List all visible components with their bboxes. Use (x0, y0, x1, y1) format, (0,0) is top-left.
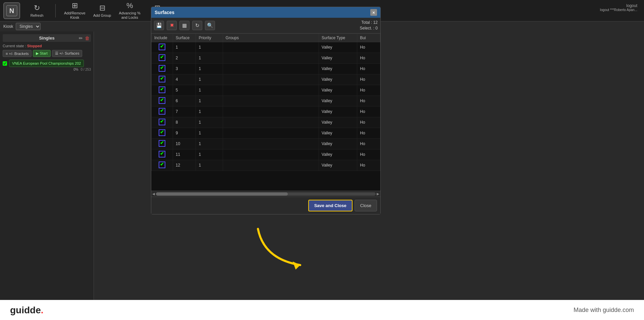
toolbar-separator-1 (55, 4, 56, 17)
build-cell: Ho (357, 160, 380, 171)
checkbox-checked[interactable] (159, 140, 165, 147)
save-toolbar-button[interactable]: 💾 (154, 21, 164, 30)
priority-cell: 1 (196, 117, 223, 128)
include-cell[interactable] (152, 117, 173, 128)
bottom-bar: guidde. Made with guidde.com (0, 300, 644, 320)
include-cell[interactable] (152, 74, 173, 85)
include-cell[interactable] (152, 53, 173, 63)
surface-type-cell: Valley (319, 42, 357, 53)
checkbox-checked[interactable] (159, 97, 165, 104)
scrollbar-thumb[interactable] (156, 192, 288, 196)
checkbox-checked[interactable] (159, 119, 165, 125)
delete-icon[interactable]: 🗑 (85, 36, 90, 41)
save-and-close-button[interactable]: Save and Close (308, 200, 353, 211)
tournament-checkbox[interactable] (3, 61, 7, 66)
guidde-watermark: Made with guidde.com (574, 307, 634, 314)
checkbox-checked[interactable] (159, 76, 165, 82)
build-cell: Ho (357, 85, 380, 95)
surface-type-cell: Valley (319, 106, 357, 117)
table-header-row: Include Surface Priority Groups Surface … (152, 34, 380, 42)
refresh-toolbar-button[interactable]: ↻ (192, 21, 202, 30)
checkbox-checked[interactable] (159, 162, 165, 168)
col-priority: Priority (196, 34, 223, 42)
start-button[interactable]: ▶ Start (33, 50, 50, 57)
surface-cell: 10 (173, 138, 196, 149)
checkbox-checked[interactable] (159, 86, 165, 93)
include-cell[interactable] (152, 42, 173, 53)
table-row: 81ValleyHo (152, 117, 380, 128)
panel-buttons: ≡ +/- Brackets ▶ Start ☰ +/- Surfaces (3, 50, 91, 57)
add-group-button[interactable]: ⊟ Add Group (92, 4, 112, 17)
groups-cell (223, 138, 319, 149)
search-toolbar-button[interactable]: 🔍 (205, 21, 215, 30)
refresh-button[interactable]: ↻ Refresh (27, 4, 47, 17)
scrollbar-track[interactable] (156, 192, 376, 196)
surface-type-cell: Valley (319, 53, 357, 63)
build-cell: Ho (357, 95, 380, 106)
cancel-toolbar-button[interactable]: ✖ (167, 21, 177, 30)
edit-icon[interactable]: ✏ (79, 36, 83, 41)
build-cell: Ho (357, 117, 380, 128)
build-cell: Ho (357, 128, 380, 138)
groups-cell (223, 95, 319, 106)
kiosk-row: Kiosk Singles (0, 21, 44, 31)
surfaces-table-wrapper: Include Surface Priority Groups Surface … (151, 34, 380, 191)
add-remove-icon: ⊞ (72, 1, 78, 10)
kiosk-select[interactable]: Singles (16, 23, 41, 30)
checkbox-checked[interactable] (159, 108, 165, 115)
checkbox-checked[interactable] (159, 44, 165, 50)
checkbox-checked[interactable] (159, 65, 165, 72)
include-cell[interactable] (152, 85, 173, 95)
scroll-left-arrow[interactable]: ◀ (152, 192, 155, 196)
include-cell[interactable] (152, 95, 173, 106)
priority-cell: 1 (196, 85, 223, 95)
kiosk-label: Kiosk (3, 24, 13, 29)
table-row: 41ValleyHo (152, 74, 380, 85)
horizontal-scrollbar[interactable]: ◀ ▶ (151, 191, 380, 197)
build-cell: Ho (357, 138, 380, 149)
panel-title: Singles (39, 36, 54, 41)
priority-cell: 1 (196, 74, 223, 85)
priority-cell: 1 (196, 95, 223, 106)
close-button[interactable]: Close (355, 200, 377, 211)
checkbox-checked[interactable] (159, 54, 165, 61)
priority-cell: 1 (196, 53, 223, 63)
surface-type-cell: Valley (319, 95, 357, 106)
add-remove-kiosk-button[interactable]: ⊞ Add/RemoveKiosk (64, 1, 86, 20)
include-cell[interactable] (152, 128, 173, 138)
surface-cell: 3 (173, 63, 196, 74)
dialog-title: Surfaces (155, 10, 174, 15)
priority-cell: 1 (196, 106, 223, 117)
include-cell[interactable] (152, 106, 173, 117)
include-cell[interactable] (152, 138, 173, 149)
checkbox-checked[interactable] (159, 151, 165, 157)
checkbox-checked[interactable] (159, 129, 165, 136)
dialog-close-button[interactable]: × (370, 9, 377, 16)
surface-type-cell: Valley (319, 149, 357, 160)
guidde-logo: guidde. (10, 305, 44, 316)
priority-cell: 1 (196, 128, 223, 138)
col-include: Include (152, 34, 173, 42)
table-row: 61ValleyHo (152, 95, 380, 106)
surface-cell: 2 (173, 53, 196, 63)
scroll-right-arrow[interactable]: ▶ (377, 192, 379, 196)
advancing-locks-button[interactable]: % Advancing %and Locks (119, 1, 141, 20)
surface-type-cell: Valley (319, 160, 357, 171)
surface-type-cell: Valley (319, 128, 357, 138)
surface-cell: 12 (173, 160, 196, 171)
surface-cell: 6 (173, 95, 196, 106)
surfaces-side-button[interactable]: ☰ +/- Surfaces (52, 50, 83, 57)
svg-text:N: N (9, 7, 14, 14)
grid-toolbar-button[interactable]: ▦ (179, 21, 190, 30)
add-group-icon: ⊟ (99, 4, 105, 12)
groups-cell (223, 117, 319, 128)
build-cell: Ho (357, 63, 380, 74)
include-cell[interactable] (152, 149, 173, 160)
build-cell: Ho (357, 149, 380, 160)
include-cell[interactable] (152, 160, 173, 171)
table-row: 51ValleyHo (152, 85, 380, 95)
brackets-button[interactable]: ≡ +/- Brackets (3, 50, 32, 57)
user-info: logout logout ***Roberto Apan... (600, 3, 637, 12)
include-cell[interactable] (152, 63, 173, 74)
dialog-stats: Total : 12 Select. : 0 (360, 20, 378, 31)
